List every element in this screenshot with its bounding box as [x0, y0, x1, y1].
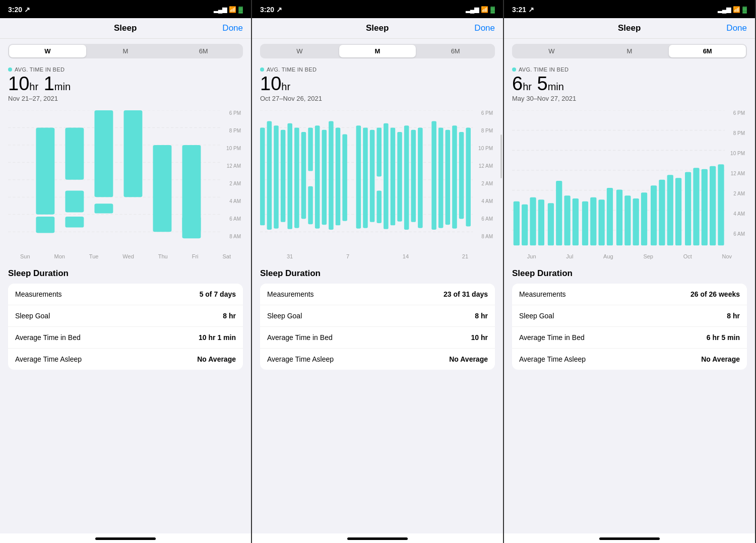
date-range-1: Nov 21–27, 2021 [8, 95, 243, 102]
svg-rect-81 [651, 185, 657, 245]
x-label-31: 31 [287, 253, 293, 259]
chart-2: 6 PM 8 PM 10 PM 12 AM 2 AM 4 AM 6 AM 8 A… [252, 105, 503, 251]
stat-row-measurements-2: Measurements 23 of 31 days [260, 284, 495, 305]
stat-row-avgsleep-3: Average Time Asleep No Average [512, 349, 747, 370]
status-icons-3: ▂▄▆ 📶 ▓ [718, 6, 747, 13]
time-4am-1: 4 AM [221, 198, 243, 216]
segment-6m-2[interactable]: 6M [417, 45, 494, 57]
done-button-3[interactable]: Done [726, 23, 747, 33]
svg-rect-79 [633, 198, 639, 245]
screen-monthly: 3:20 ↗ ▂▄▆ 📶 ▓ Sleep Done W M 6M AVG. TI… [252, 0, 504, 543]
stat-label-measurements-2: Measurements [267, 290, 314, 298]
time-6am-1: 6 AM [221, 216, 243, 234]
stat-row-measurements-1: Measurements 5 of 7 days [8, 284, 243, 305]
svg-rect-40 [342, 134, 347, 221]
stat-row-avgbed-3: Average Time in Bed 6 hr 5 min [512, 327, 747, 349]
wifi-icon-1: 📶 [229, 6, 236, 13]
svg-rect-47 [391, 127, 396, 225]
svg-rect-88 [710, 166, 716, 246]
big-value-1: 10hr 1min [8, 74, 243, 95]
nav-header-3: Sleep Done [504, 18, 755, 39]
time-8pm-2: 8 PM [473, 128, 495, 146]
x-axis-1: Sun Mon Tue Wed Thu Fri Sat [0, 251, 251, 262]
status-icons-2: ▂▄▆ 📶 ▓ [466, 6, 495, 13]
segment-w-1[interactable]: W [9, 45, 86, 57]
segment-control-1: W M 6M [8, 44, 243, 58]
big-value-2: 10hr [260, 74, 495, 95]
stat-label-avgbed-2: Average Time in Bed [267, 333, 333, 342]
svg-rect-56 [459, 132, 464, 219]
x-label-7: 7 [346, 253, 349, 259]
stat-value-avgbed-2: 10 hr [471, 333, 488, 342]
svg-rect-38 [329, 121, 334, 229]
svg-rect-32 [294, 127, 299, 228]
stat-value-avgsleep-3: No Average [701, 355, 740, 363]
stat-row-avgbed-2: Average Time in Bed 10 hr [260, 327, 495, 349]
time-2am-1: 2 AM [221, 181, 243, 198]
screen-weekly: 3:20 ↗ ▂▄▆ 📶 ▓ Sleep Done W M 6M AVG. TI… [0, 0, 252, 543]
svg-rect-10 [65, 190, 84, 212]
segment-w-2[interactable]: W [261, 45, 338, 57]
bars-1 [8, 105, 221, 251]
svg-rect-68 [538, 199, 544, 245]
bars-2 [260, 105, 473, 251]
svg-rect-11 [94, 110, 113, 197]
svg-rect-86 [693, 168, 699, 245]
chart-section-3: AVG. TIME IN BED 6hr 5min May 30–Nov 27,… [504, 61, 755, 105]
battery-icon-1: ▓ [238, 6, 243, 13]
home-indicator-2 [252, 533, 503, 543]
stats-card-3: Measurements 26 of 26 weeks Sleep Goal 8… [512, 284, 747, 370]
stat-label-avgsleep-1: Average Time Asleep [15, 355, 82, 363]
svg-rect-53 [438, 127, 444, 228]
svg-rect-84 [675, 178, 681, 245]
segment-m-2[interactable]: M [339, 45, 416, 57]
segment-w-3[interactable]: W [513, 45, 590, 57]
x-label-oct: Oct [683, 253, 692, 259]
svg-rect-67 [530, 197, 536, 245]
svg-rect-45 [376, 190, 382, 223]
x-label-jun: Jun [527, 253, 536, 259]
done-button-1[interactable]: Done [222, 23, 243, 33]
time-12am-1: 12 AM [221, 163, 243, 181]
x-label-sun: Sun [20, 253, 30, 259]
svg-rect-50 [411, 130, 416, 222]
avg-dot-2 [260, 67, 264, 72]
avg-text-2: AVG. TIME IN BED [267, 66, 317, 73]
home-bar-3 [599, 537, 660, 540]
x-label-14: 14 [403, 253, 409, 259]
stat-value-goal-3: 8 hr [727, 312, 740, 320]
svg-rect-43 [370, 130, 375, 222]
svg-rect-44 [376, 127, 382, 176]
avg-dot-3 [512, 67, 516, 72]
svg-rect-51 [418, 127, 423, 228]
time-12am-3: 12 AM [725, 171, 747, 191]
chart-section-2: AVG. TIME IN BED 10hr Oct 27–Nov 26, 202… [252, 61, 503, 105]
segment-control-2: W M 6M [260, 44, 495, 58]
chart-section-1: AVG. TIME IN BED 10hr 1min Nov 21–27, 20… [0, 61, 251, 105]
svg-rect-54 [446, 130, 451, 225]
stat-row-goal-1: Sleep Goal 8 hr [8, 305, 243, 327]
time-1: 3:20 ↗ [8, 6, 30, 14]
done-button-2[interactable]: Done [474, 23, 495, 33]
stat-label-measurements-1: Measurements [15, 290, 62, 298]
segment-m-1[interactable]: M [87, 45, 164, 57]
time-2am-3: 2 AM [725, 191, 747, 211]
time-6pm-2: 6 PM [473, 110, 495, 128]
stat-row-avgsleep-1: Average Time Asleep No Average [8, 349, 243, 370]
svg-rect-8 [36, 127, 54, 214]
segment-m-3[interactable]: M [591, 45, 668, 57]
segment-6m-3[interactable]: 6M [669, 45, 746, 57]
wifi-icon-3: 📶 [733, 6, 740, 13]
stat-label-avgsleep-3: Average Time Asleep [519, 355, 586, 363]
svg-rect-89 [718, 164, 724, 245]
svg-rect-82 [659, 179, 665, 245]
x-axis-3: Jun Jul Aug Sep Oct Nov [504, 251, 755, 262]
stat-row-measurements-3: Measurements 26 of 26 weeks [512, 284, 747, 305]
svg-rect-72 [573, 198, 579, 245]
stat-label-avgbed-1: Average Time in Bed [15, 333, 81, 342]
svg-rect-71 [564, 195, 570, 245]
time-3: 3:21 ↗ [512, 6, 534, 14]
svg-rect-36 [315, 125, 320, 229]
segment-6m-1[interactable]: 6M [165, 45, 242, 57]
x-label-aug: Aug [603, 253, 613, 259]
